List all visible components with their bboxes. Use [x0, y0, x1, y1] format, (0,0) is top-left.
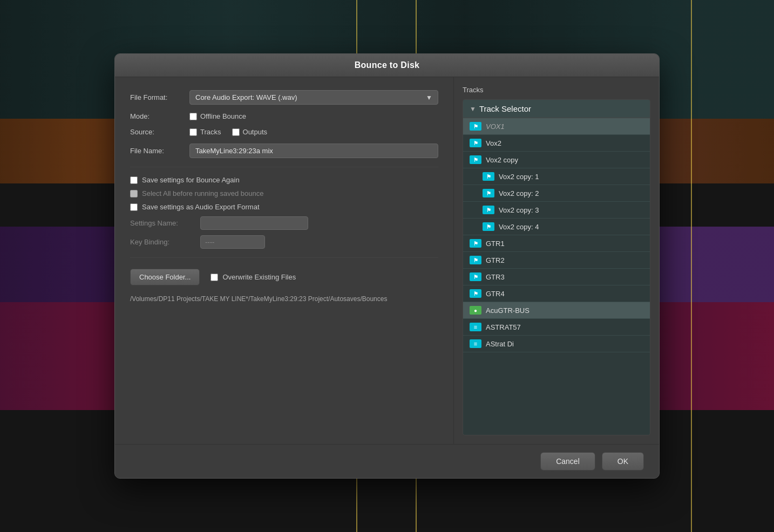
outputs-option: Outputs [232, 128, 268, 136]
file-name-input[interactable] [189, 144, 438, 158]
track-name: Vox2 copy: 4 [499, 223, 539, 231]
track-item[interactable]: ⚑VOX1 [463, 118, 650, 135]
save-settings-checkbox[interactable] [130, 176, 138, 184]
save-audio-export-row: Save settings as Audio Export Format [130, 203, 438, 211]
save-settings-label: Save settings for Bounce Again [142, 176, 240, 184]
divider-1 [130, 167, 438, 167]
track-list[interactable]: ⚑VOX1⚑Vox2⚑Vox2 copy⚑Vox2 copy: 1⚑Vox2 c… [463, 118, 650, 435]
export-path: /Volumes/DP11 Projects/TAKE MY LINE*/Tak… [130, 294, 438, 304]
overwrite-row: Overwrite Existing Files [211, 273, 296, 281]
track-name: AStrat Di [486, 340, 514, 348]
track-item[interactable]: ⚑Vox2 copy: 3 [463, 202, 650, 219]
select-all-row: Select All before running saved bounce [130, 189, 438, 197]
track-name: Vox2 copy: 3 [499, 206, 539, 214]
file-format-label: File Format: [130, 93, 189, 101]
tracks-section-label: Tracks [463, 86, 650, 94]
overwrite-label: Overwrite Existing Files [222, 273, 296, 281]
dropdown-arrow-icon: ▼ [426, 94, 432, 101]
track-item[interactable]: ⚑GTR4 [463, 285, 650, 302]
bottom-section: Choose Folder... Overwrite Existing File… [130, 269, 438, 304]
track-item[interactable]: ≡ASTRAT57 [463, 319, 650, 336]
collapse-arrow-icon: ▼ [470, 105, 476, 113]
offline-bounce-label: Offline Bounce [200, 112, 246, 120]
save-audio-export-checkbox[interactable] [130, 203, 138, 211]
file-format-row: File Format: Core Audio Export: WAVE (.w… [130, 90, 438, 105]
track-item[interactable]: ⚑Vox2 copy: 1 [463, 168, 650, 185]
track-icon: ⚑ [470, 155, 481, 164]
tracks-option: Tracks [189, 128, 221, 136]
track-icon: ⚑ [470, 239, 481, 248]
settings-name-input[interactable] [200, 216, 308, 230]
track-item[interactable]: ⚑Vox2 [463, 135, 650, 152]
track-icon: ⚑ [483, 222, 494, 231]
track-name: Vox2 [486, 139, 501, 147]
file-name-label: File Name: [130, 147, 189, 155]
track-icon: ⚑ [483, 206, 494, 214]
track-selector-container: ▼ Track Selector ⚑VOX1⚑Vox2⚑Vox2 copy⚑Vo… [463, 99, 650, 435]
track-item[interactable]: ⚑GTR3 [463, 269, 650, 285]
track-name: GTR4 [486, 290, 505, 298]
offline-bounce-checkbox[interactable] [189, 113, 197, 120]
dialog-backdrop: Bounce to Disk File Format: Core Audio E… [0, 0, 774, 532]
track-name: GTR3 [486, 273, 505, 281]
track-icon: ⚑ [483, 189, 494, 197]
mode-row: Mode: Offline Bounce [130, 112, 438, 120]
settings-name-label: Settings Name: [130, 219, 200, 227]
cancel-button[interactable]: Cancel [540, 452, 595, 470]
select-all-checkbox[interactable] [130, 190, 138, 197]
dialog-body: File Format: Core Audio Export: WAVE (.w… [115, 77, 659, 444]
track-selector-header: ▼ Track Selector [463, 100, 650, 118]
track-icon: ⚑ [470, 256, 481, 264]
dialog-titlebar: Bounce to Disk [115, 54, 659, 77]
track-selector-title: Track Selector [479, 104, 531, 113]
tracks-checkbox[interactable] [189, 128, 197, 136]
track-icon: ⚑ [483, 172, 494, 181]
key-binding-row: Key Binding: [130, 235, 438, 249]
track-item[interactable]: ⚑GTR1 [463, 235, 650, 252]
track-icon: ≡ [470, 323, 481, 331]
track-icon: ⚑ [470, 289, 481, 298]
offline-bounce-option: Offline Bounce [189, 112, 246, 120]
track-icon: ● [470, 306, 481, 315]
choose-folder-row: Choose Folder... Overwrite Existing File… [130, 269, 438, 285]
bounce-to-disk-dialog: Bounce to Disk File Format: Core Audio E… [114, 53, 660, 479]
track-name: GTR2 [486, 256, 505, 264]
track-name: Vox2 copy [486, 156, 518, 164]
outputs-checkbox[interactable] [232, 128, 240, 136]
track-item[interactable]: ⚑Vox2 copy: 4 [463, 219, 650, 235]
mode-label: Mode: [130, 112, 189, 120]
track-name: Vox2 copy: 2 [499, 189, 539, 197]
save-audio-export-label: Save settings as Audio Export Format [142, 203, 260, 211]
source-label: Source: [130, 128, 189, 136]
track-icon: ⚑ [470, 122, 481, 131]
track-icon: ≡ [470, 339, 481, 348]
select-all-label: Select All before running saved bounce [142, 189, 264, 197]
outputs-label: Outputs [243, 128, 268, 136]
source-row: Source: Tracks Outputs [130, 128, 438, 136]
ok-button[interactable]: OK [602, 452, 644, 470]
file-name-row: File Name: [130, 144, 438, 158]
track-item[interactable]: ⚑Vox2 copy: 2 [463, 185, 650, 202]
file-format-dropdown[interactable]: Core Audio Export: WAVE (.wav) ▼ [189, 90, 438, 105]
track-item[interactable]: ⚑Vox2 copy [463, 152, 650, 168]
overwrite-checkbox[interactable] [211, 274, 218, 281]
track-item[interactable]: ●AcuGTR-BUS [463, 302, 650, 319]
track-name: AcuGTR-BUS [486, 306, 529, 315]
track-item[interactable]: ⚑GTR2 [463, 252, 650, 269]
track-item[interactable]: ≡AStrat Di [463, 336, 650, 352]
divider-2 [130, 257, 438, 258]
save-settings-row: Save settings for Bounce Again [130, 176, 438, 184]
track-name: GTR1 [486, 240, 505, 248]
tracks-label: Tracks [200, 128, 221, 136]
track-icon: ⚑ [470, 272, 481, 281]
key-binding-label: Key Binding: [130, 238, 200, 246]
left-panel: File Format: Core Audio Export: WAVE (.w… [115, 77, 454, 444]
track-name: Vox2 copy: 1 [499, 173, 539, 181]
key-binding-input[interactable] [200, 235, 265, 249]
choose-folder-button[interactable]: Choose Folder... [130, 269, 200, 285]
file-format-value: Core Audio Export: WAVE (.wav) [195, 93, 297, 101]
track-name: VOX1 [486, 122, 505, 131]
right-panel: Tracks ▼ Track Selector ⚑VOX1⚑Vox2⚑Vox2 … [454, 77, 659, 444]
track-name: ASTRAT57 [486, 323, 521, 331]
dialog-footer: Cancel OK [115, 444, 659, 478]
